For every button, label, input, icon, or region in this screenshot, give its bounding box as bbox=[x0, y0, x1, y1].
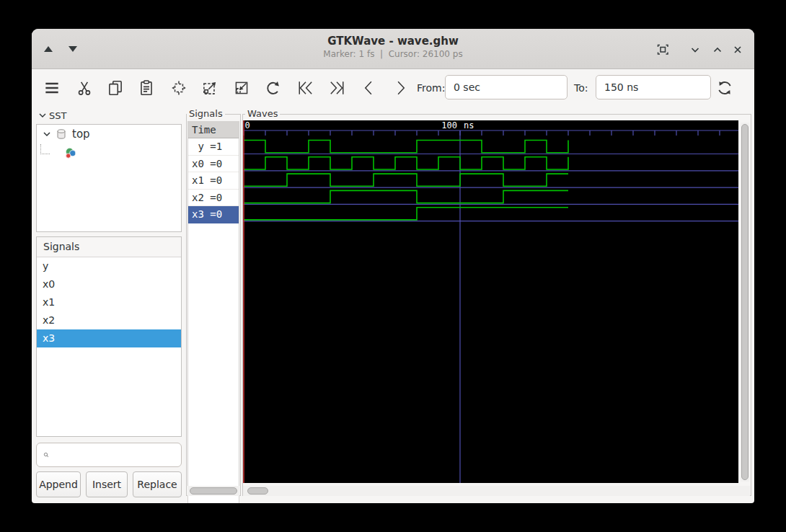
paste-icon bbox=[137, 79, 156, 97]
insert-button[interactable]: Insert bbox=[86, 471, 128, 497]
close-button[interactable] bbox=[728, 40, 748, 60]
signals-hscrollbar-thumb[interactable] bbox=[190, 487, 237, 495]
chevron-down-icon bbox=[687, 42, 703, 58]
tree-item-label: quine20240111testbench bbox=[80, 146, 181, 159]
menu-button[interactable] bbox=[40, 76, 64, 100]
copy-button[interactable] bbox=[103, 76, 128, 100]
waves-hscrollbar-thumb[interactable] bbox=[247, 487, 268, 495]
copy-icon bbox=[106, 79, 125, 97]
facility-item-x2[interactable]: x2 bbox=[37, 311, 181, 329]
signal-row-x0[interactable]: x0 =0 bbox=[188, 156, 239, 173]
append-button[interactable]: Append bbox=[36, 471, 81, 497]
previous-transition-button[interactable] bbox=[357, 76, 381, 100]
down-triangle-icon bbox=[69, 46, 77, 52]
tree-item-testbench[interactable]: quine20240111testbench bbox=[37, 143, 181, 162]
from-label: From: bbox=[417, 69, 445, 107]
signal-search-box bbox=[36, 443, 182, 467]
move-down-triangle-button[interactable] bbox=[66, 44, 79, 56]
facility-list: Signals y x0 x1 x2 x3 bbox=[36, 236, 182, 437]
svg-text:100: 100 bbox=[441, 120, 457, 130]
zoom-in-icon bbox=[200, 79, 219, 97]
zoom-out-icon bbox=[232, 79, 251, 97]
signal-value-list: Time y =1 x0 =0 x1 =0 x2 =0 x3 =0 bbox=[187, 121, 239, 503]
facility-item-x1[interactable]: x1 bbox=[37, 293, 181, 311]
reload-icon bbox=[715, 78, 735, 98]
menu-icon bbox=[43, 79, 61, 97]
fullscreen-button[interactable] bbox=[653, 40, 673, 60]
move-up-triangle-button[interactable] bbox=[42, 44, 55, 56]
to-input[interactable] bbox=[596, 75, 711, 99]
chevron-up-icon bbox=[710, 42, 725, 58]
wave-canvas-svg: 0100ns bbox=[243, 120, 738, 483]
chevron-down-icon bbox=[37, 110, 48, 120]
time-header[interactable]: Time bbox=[188, 122, 239, 138]
to-label: To: bbox=[574, 69, 588, 107]
close-icon bbox=[730, 42, 746, 58]
tree-item-top[interactable]: top bbox=[37, 125, 181, 143]
sst-expander[interactable]: SST bbox=[37, 108, 66, 123]
next-transition-button[interactable] bbox=[388, 76, 412, 100]
screenshot-stage: GTKWave - wave.ghw Marker: 1 fs | Cursor… bbox=[0, 0, 786, 532]
sst-label: SST bbox=[49, 110, 66, 121]
wave-y bbox=[244, 141, 568, 153]
tree-branch-line bbox=[40, 144, 50, 154]
zoom-fit-button[interactable] bbox=[167, 76, 191, 100]
chevron-right-icon bbox=[390, 78, 410, 98]
window-title: GTKWave - wave.ghw bbox=[32, 34, 754, 48]
from-input[interactable] bbox=[445, 75, 568, 99]
svg-text:ns: ns bbox=[464, 120, 474, 130]
facility-item-x3[interactable]: x3 bbox=[37, 329, 181, 347]
wave-canvas[interactable]: 0100ns bbox=[243, 120, 738, 483]
cut-icon bbox=[75, 79, 94, 97]
cut-button[interactable] bbox=[72, 76, 97, 100]
signals-frame-label: Signals bbox=[187, 108, 225, 120]
replace-button[interactable]: Replace bbox=[133, 471, 182, 497]
waves-frame-label: Waves bbox=[245, 108, 280, 120]
signal-row-x1[interactable]: x1 =0 bbox=[188, 172, 239, 190]
paste-button[interactable] bbox=[134, 76, 159, 100]
headerbar: GTKWave - wave.ghw Marker: 1 fs | Cursor… bbox=[32, 29, 754, 69]
reload-button[interactable] bbox=[712, 76, 737, 100]
signal-row-y[interactable]: y =1 bbox=[188, 138, 239, 156]
facility-item-y[interactable]: y bbox=[37, 257, 181, 275]
undo-button[interactable] bbox=[261, 76, 286, 100]
signal-search-input[interactable] bbox=[53, 443, 181, 467]
svg-text:0: 0 bbox=[245, 120, 250, 130]
wave-x3 bbox=[244, 208, 568, 220]
minimize-button[interactable] bbox=[685, 40, 705, 60]
waves-hscrollbar-track[interactable] bbox=[243, 486, 750, 496]
up-triangle-icon bbox=[44, 46, 53, 52]
gtkwave-window: GTKWave - wave.ghw Marker: 1 fs | Cursor… bbox=[32, 29, 754, 503]
fullscreen-icon bbox=[655, 42, 671, 58]
zoom-out-button[interactable] bbox=[229, 76, 254, 100]
toolbar: From: To: bbox=[32, 69, 754, 107]
skip-to-end-icon bbox=[327, 78, 347, 98]
maximize-button[interactable] bbox=[707, 40, 728, 60]
signal-row-x3[interactable]: x3 =0 bbox=[188, 206, 239, 223]
facility-list-header: Signals bbox=[37, 237, 181, 257]
waves-vscrollbar-thumb[interactable] bbox=[741, 124, 749, 480]
zoom-in-button[interactable] bbox=[198, 76, 222, 100]
skip-to-start-button[interactable] bbox=[293, 76, 318, 100]
signal-row-x2[interactable]: x2 =0 bbox=[188, 190, 239, 207]
chevron-right-icon bbox=[51, 147, 62, 159]
marker-cursor-status: Marker: 1 fs | Cursor: 26100 ps bbox=[32, 48, 754, 60]
wave-x1 bbox=[244, 174, 568, 186]
chevron-down-icon bbox=[41, 128, 53, 140]
skip-to-end-button[interactable] bbox=[324, 76, 349, 100]
sst-tree: top quine20240111testbench bbox=[36, 124, 182, 232]
component-module-icon bbox=[63, 146, 76, 160]
skip-to-start-icon bbox=[296, 78, 316, 98]
zoom-fit-icon bbox=[169, 79, 188, 97]
undo-icon bbox=[264, 79, 283, 97]
chevron-left-icon bbox=[359, 78, 379, 98]
search-icon bbox=[43, 448, 50, 462]
tree-item-label: top bbox=[72, 128, 90, 141]
wave-x0 bbox=[244, 157, 568, 169]
facility-item-x0[interactable]: x0 bbox=[37, 275, 181, 293]
wave-x2 bbox=[244, 190, 568, 203]
cylinder-scope-icon bbox=[55, 128, 68, 141]
